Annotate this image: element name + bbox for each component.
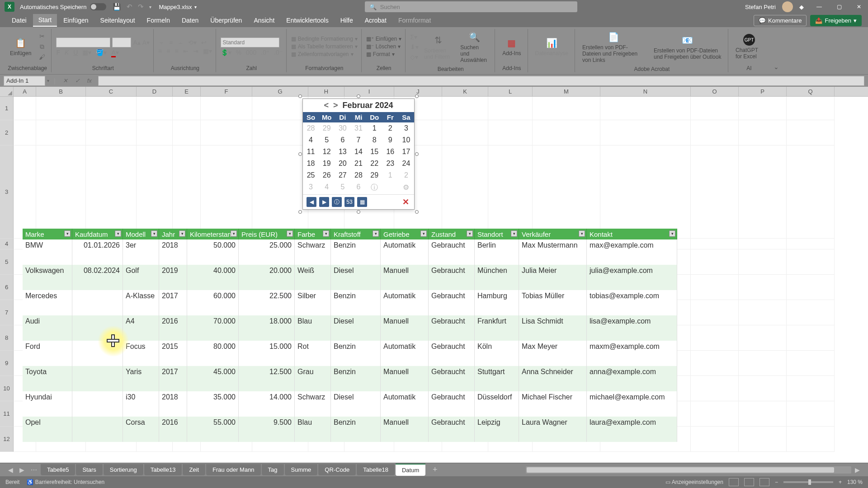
calendar-day[interactable]: 9 <box>382 134 398 146</box>
table-cell[interactable]: Gebraucht <box>429 391 475 417</box>
calendar-day[interactable]: 5 <box>319 134 335 146</box>
sheet-tab-tabelle5[interactable]: Tabelle5 <box>41 464 75 475</box>
format-cells-button[interactable]: ▦Format▾ <box>366 51 401 57</box>
align-right-icon[interactable]: ≡ <box>175 47 178 55</box>
calendar-day[interactable]: 3 <box>303 181 319 194</box>
add-sheet-button[interactable]: + <box>430 465 440 475</box>
table-cell[interactable]: Diesel <box>331 315 381 341</box>
sheet-tab-datum[interactable]: Datum <box>396 464 425 476</box>
namebox-dropdown-icon[interactable]: ▾ <box>47 78 49 83</box>
tab-hilfe[interactable]: Hilfe <box>335 14 359 26</box>
table-cell[interactable]: Max Mustermann <box>519 239 587 265</box>
col-header-G[interactable]: G <box>252 87 308 96</box>
calendar-day[interactable]: 1 <box>382 169 398 181</box>
undo-icon[interactable]: ↶ <box>127 3 132 11</box>
table-cell[interactable]: julia@example.com <box>587 265 677 290</box>
cancel-formula-icon[interactable]: ✕ <box>60 77 71 84</box>
calendar-day[interactable]: 17 <box>398 146 414 158</box>
table-cell[interactable]: Köln <box>475 341 519 366</box>
table-cell[interactable] <box>72 391 123 417</box>
row-header-9[interactable]: 9 <box>0 351 14 376</box>
table-cell[interactable]: Manuell <box>381 265 429 290</box>
tab-formeln[interactable]: Formeln <box>142 14 175 26</box>
indent-dec-icon[interactable]: ⇤ <box>183 47 189 55</box>
table-cell[interactable]: Gebraucht <box>429 239 475 265</box>
filter-icon[interactable]: ▾ <box>579 230 585 237</box>
row-header-12[interactable]: 12 <box>0 427 14 452</box>
calendar-day[interactable]: 31 <box>350 122 366 134</box>
tab-acrobat[interactable]: Acrobat <box>359 14 392 26</box>
table-cell[interactable]: Schwarz <box>295 391 331 417</box>
table-cell[interactable]: 9.500 <box>239 417 295 442</box>
font-color-button[interactable]: A▾ <box>111 49 118 56</box>
table-cell[interactable]: Benzin <box>331 239 381 265</box>
sheet-tab-qr-code[interactable]: QR-Code <box>318 464 356 475</box>
table-cell[interactable]: Julia Meier <box>519 265 587 290</box>
avatar[interactable] <box>782 1 793 12</box>
table-cell[interactable]: Diesel <box>331 265 381 290</box>
col-header-H[interactable]: H <box>308 87 344 96</box>
filter-icon[interactable]: ▾ <box>420 230 427 237</box>
cut-button[interactable]: ✂ <box>37 32 47 41</box>
table-cell[interactable]: Manuell <box>381 315 429 341</box>
calendar-next-button[interactable]: > <box>333 101 338 110</box>
sheet-tab-tabelle18[interactable]: Tabelle18 <box>357 464 395 475</box>
col-header-O[interactable]: O <box>691 87 739 96</box>
table-cell[interactable]: Automatik <box>381 391 429 417</box>
col-header-P[interactable]: P <box>739 87 787 96</box>
calendar-popup[interactable]: < > Februar 2024 SoMoDiMiDoFrSa 28293031… <box>302 99 415 210</box>
conditional-formatting-button[interactable]: ▦Bedingte Formatierung▾ <box>291 36 358 42</box>
table-cell[interactable]: Gebraucht <box>429 315 475 341</box>
table-cell[interactable]: 2016 <box>159 417 187 442</box>
horizontal-scrollbar[interactable] <box>526 466 851 474</box>
table-row[interactable]: AudiA4201670.00018.000BlauDieselManuellG… <box>23 315 677 341</box>
calendar-day[interactable]: 30 <box>335 122 350 134</box>
table-header-jahr[interactable]: Jahr▾ <box>159 229 187 239</box>
comma-icon[interactable]: 000 <box>246 49 256 56</box>
autosum-icon[interactable]: Σ▾ <box>410 33 419 41</box>
diamond-icon[interactable]: ◆ <box>799 4 804 10</box>
table-cell[interactable]: Berlin <box>475 239 519 265</box>
sheet-tab-sortierung[interactable]: Sortierung <box>104 464 143 475</box>
calendar-day[interactable]: 28 <box>303 122 319 134</box>
table-row[interactable]: Hyundaii30201835.00014.000SchwarzDieselA… <box>23 391 677 417</box>
autosave-toggle[interactable] <box>90 3 106 10</box>
calendar-day[interactable]: ⚙ <box>398 181 414 194</box>
calendar-day[interactable]: 27 <box>335 169 350 181</box>
delete-cells-button[interactable]: ▦⁻Löschen▾ <box>366 43 401 50</box>
cell-styles-button[interactable]: ▦Zellenformatvorlagen▾ <box>291 51 358 57</box>
analyze-button[interactable]: 📊Datenanalyse <box>533 35 571 58</box>
table-row[interactable]: MercedesA-Klasse201760.00022.500SilberBe… <box>23 290 677 315</box>
zoom-out-button[interactable]: − <box>775 479 778 485</box>
filter-icon[interactable]: ▾ <box>467 230 473 237</box>
table-cell[interactable]: 60.000 <box>187 290 239 315</box>
dec-decimal-icon[interactable]: .0⁻ <box>274 49 283 56</box>
tab-entwicklertools[interactable]: Entwicklertools <box>281 14 334 26</box>
calendar-day[interactable]: 1 <box>367 122 382 134</box>
calendar-day[interactable]: 6 <box>335 134 350 146</box>
table-cell[interactable]: 2015 <box>159 341 187 366</box>
find-select-button[interactable]: 🔍Suchen und Auswählen <box>458 29 491 65</box>
search-input[interactable] <box>380 4 573 10</box>
table-row[interactable]: OpelCorsa201655.0009.500BlauBenzinManuel… <box>23 417 677 442</box>
hscroll-right-icon[interactable]: ▶ <box>852 466 863 474</box>
filter-icon[interactable]: ▾ <box>373 230 379 237</box>
table-cell[interactable]: lisa@example.com <box>587 315 677 341</box>
paste-button[interactable]: 📋Einfügen <box>7 35 34 58</box>
calendar-close-button[interactable]: ✕ <box>401 197 410 207</box>
filter-icon[interactable]: ▾ <box>287 230 293 237</box>
sheet-nav-prev-icon[interactable]: ◀ <box>5 466 16 474</box>
table-cell[interactable]: Automatik <box>381 341 429 366</box>
fill-icon[interactable]: ⬇▾ <box>410 43 419 51</box>
calendar-day[interactable]: 12 <box>319 146 335 158</box>
sheet-tab-tabelle13[interactable]: Tabelle13 <box>144 464 182 475</box>
row-header-8[interactable]: 8 <box>0 325 14 351</box>
ribbon-collapse-icon[interactable]: ⌄ <box>770 61 783 72</box>
row-header-11[interactable]: 11 <box>0 401 14 427</box>
table-cell[interactable]: 2017 <box>159 366 187 391</box>
table-header-kaufdatum[interactable]: Kaufdatum▾ <box>72 229 123 239</box>
align-middle-icon[interactable]: ≡ <box>169 39 173 46</box>
row-header-5[interactable]: 5 <box>0 249 14 275</box>
table-cell[interactable]: 15.000 <box>239 341 295 366</box>
table-cell[interactable]: Manuell <box>381 366 429 391</box>
